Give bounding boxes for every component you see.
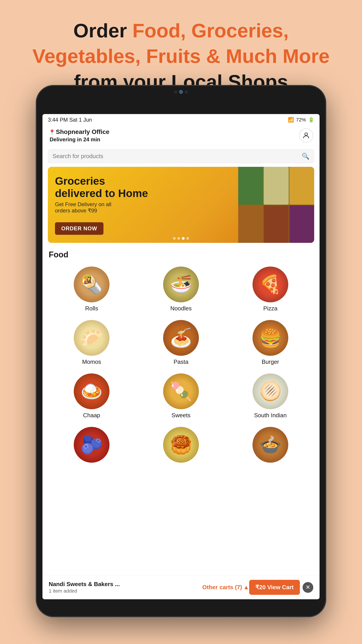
camera-dot-right <box>185 90 188 94</box>
banner-dot-1 <box>173 237 176 240</box>
banner-content: Groceriesdelivered to Home Get Free Deli… <box>48 167 238 243</box>
food-circle-rolls: 🌯 <box>74 266 109 302</box>
food-circle-southindian: 🫓 <box>253 374 288 409</box>
search-icon: 🔍 <box>302 152 310 160</box>
battery-indicator: 72% <box>296 117 306 123</box>
grain-cell-4 <box>238 205 263 243</box>
food-circle-pasta: 🍝 <box>163 320 199 356</box>
banner-subtitle: Get Free Delivery on allorders above ₹99 <box>55 201 231 214</box>
banner-image-grid <box>238 167 314 243</box>
food-label-momos: Momos <box>82 358 101 366</box>
food-label-rolls: Rolls <box>85 305 98 312</box>
food-circle-chaap: 🍛 <box>74 374 109 409</box>
food-item-row4c[interactable]: 🍲 <box>226 423 315 470</box>
food-item-pizza[interactable]: 🍕 Pizza <box>226 263 315 316</box>
cart-shop-name: Nandi Sweets & Bakers ... <box>49 581 202 588</box>
wifi-icon <box>288 117 294 123</box>
location-name: Shopnearly Office <box>56 128 109 136</box>
svg-point-0 <box>305 133 308 136</box>
food-item-southindian[interactable]: 🫓 South Indian <box>226 370 315 423</box>
banner-title: Groceriesdelivered to Home <box>55 175 231 200</box>
food-circle-sweets: 🍡 <box>163 374 199 409</box>
other-carts-button[interactable]: Other carts (7) ▲ <box>202 584 249 591</box>
hero-line1-orange: Food, Groceries, <box>132 20 289 42</box>
food-item-sweets[interactable]: 🍡 Sweets <box>136 370 226 423</box>
camera-dot-left <box>174 90 177 94</box>
food-label-pizza: Pizza <box>263 305 278 312</box>
status-time: 3:44 PM Sat 1 Jun <box>48 117 92 123</box>
food-circle-noodles: 🍜 <box>163 266 199 302</box>
device-shell: 3:44 PM Sat 1 Jun 72% 🔋 📍 Shopnearly Off… <box>36 85 326 617</box>
status-bar: 3:44 PM Sat 1 Jun 72% 🔋 <box>42 114 320 125</box>
grain-cell-1 <box>238 167 263 204</box>
view-cart-button[interactable]: ₹20 View Cart <box>249 580 300 595</box>
order-now-button[interactable]: ORDER NOW <box>55 222 103 235</box>
food-label-noodles: Noodles <box>170 305 192 312</box>
hero-line1-black: Order <box>73 20 132 42</box>
food-circle-burger: 🍔 <box>253 320 288 356</box>
delivery-time: Delivering in 24 min <box>49 136 299 143</box>
food-label-pasta: Pasta <box>174 358 189 366</box>
other-carts-label: Other carts (7) <box>202 584 242 591</box>
camera-notch <box>174 90 188 94</box>
food-item-chaap[interactable]: 🍛 Chaap <box>47 370 136 423</box>
location-info: 📍 Shopnearly Office Delivering in 24 min <box>49 128 299 143</box>
food-circle-momos: 🥟 <box>74 320 109 356</box>
promo-banner[interactable]: Groceriesdelivered to Home Get Free Deli… <box>48 167 314 243</box>
grain-cell-5 <box>264 205 289 243</box>
user-profile-button[interactable] <box>299 128 313 143</box>
cart-info: Nandi Sweets & Bakers ... 1 item added <box>49 581 202 594</box>
food-circle-row4a: 🫐 <box>74 427 109 463</box>
location-pin-icon: 📍 <box>49 129 54 134</box>
battery-icon: 🔋 <box>308 117 314 123</box>
food-item-row4a[interactable]: 🫐 <box>47 423 136 470</box>
grain-cell-6 <box>289 205 314 243</box>
camera-dot-center <box>179 90 183 94</box>
food-item-pasta[interactable]: 🍝 Pasta <box>136 316 226 370</box>
food-item-noodles[interactable]: 🍜 Noodles <box>136 263 226 316</box>
food-item-burger[interactable]: 🍔 Burger <box>226 316 315 370</box>
food-label-sweets: Sweets <box>171 412 190 419</box>
food-label-southindian: South Indian <box>254 412 287 419</box>
device-wrapper: 3:44 PM Sat 1 Jun 72% 🔋 📍 Shopnearly Off… <box>36 85 326 617</box>
banner-dot-2 <box>177 237 180 240</box>
food-circle-pizza: 🍕 <box>253 266 288 302</box>
app-header: 📍 Shopnearly Office Delivering in 24 min <box>42 125 320 146</box>
screen-content: 3:44 PM Sat 1 Jun 72% 🔋 📍 Shopnearly Off… <box>42 114 320 599</box>
banner-dots <box>173 237 189 240</box>
food-circle-row4b: 🥮 <box>163 427 199 463</box>
search-input[interactable] <box>52 153 299 160</box>
food-item-rolls[interactable]: 🌯 Rolls <box>47 263 136 316</box>
other-carts-chevron-icon: ▲ <box>243 584 249 591</box>
banner-image <box>238 167 314 243</box>
banner-dot-3 <box>182 237 185 240</box>
cart-items-count: 1 item added <box>49 588 202 594</box>
cart-bottom-bar: Nandi Sweets & Bakers ... 1 item added O… <box>42 575 320 599</box>
location-row[interactable]: 📍 Shopnearly Office <box>49 128 299 136</box>
search-bar[interactable]: 🔍 <box>48 149 314 163</box>
grain-cell-2 <box>264 167 289 204</box>
food-label-chaap: Chaap <box>83 412 100 419</box>
food-item-row4b[interactable]: 🥮 <box>136 423 226 470</box>
banner-dot-4 <box>186 237 189 240</box>
food-grid: 🌯 Rolls 🍜 Noodles 🍕 Pizza 🥟 Momos <box>42 263 320 470</box>
status-right: 72% 🔋 <box>288 117 314 123</box>
food-circle-row4c: 🍲 <box>253 427 288 463</box>
food-section-title: Food <box>42 248 320 263</box>
close-cart-button[interactable]: ✕ <box>303 582 313 593</box>
device-screen: 3:44 PM Sat 1 Jun 72% 🔋 📍 Shopnearly Off… <box>42 114 320 599</box>
food-label-burger: Burger <box>262 358 279 366</box>
food-item-momos[interactable]: 🥟 Momos <box>47 316 136 370</box>
hero-line2: Vegetables, Fruits & Much More <box>13 44 349 69</box>
grain-cell-3 <box>289 167 314 204</box>
